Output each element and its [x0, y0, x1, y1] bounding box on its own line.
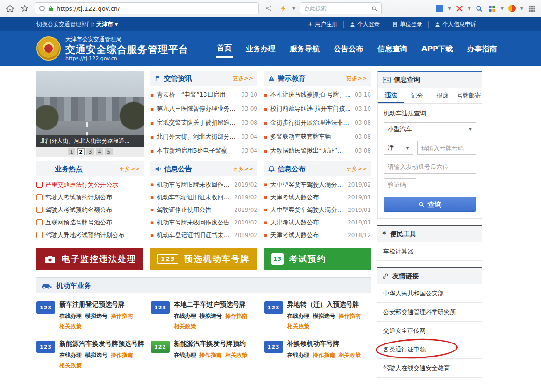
service-link-guide[interactable]: 操作指南	[111, 352, 133, 358]
service-link-guide[interactable]: 操作指南	[111, 313, 133, 319]
news-link[interactable]: 青云桥上“电警”13日启用	[157, 91, 238, 99]
service-title[interactable]: 新车注册登记预选号牌	[59, 301, 144, 309]
news-link[interactable]: 校门前疏导纠违 拉开车门孩...	[270, 105, 352, 113]
exam-booking-banner[interactable]: 13 考试预约	[264, 248, 371, 270]
news-link[interactable]: 不礼让斑马线被抓拍 号牌、...	[270, 91, 352, 99]
personal-login-link[interactable]: 个人登录	[343, 21, 386, 28]
region-value[interactable]: 天津市	[96, 21, 113, 28]
plate-selection-banner[interactable]: 123 预选机动车号牌	[150, 248, 257, 270]
service-title[interactable]: 新能源汽车换发号牌预选号牌	[59, 340, 144, 348]
service-link-guide[interactable]: 操作指南	[199, 352, 222, 358]
register-link[interactable]: + 用户注册	[302, 21, 343, 28]
hot-link[interactable]: 互联网预选号牌号池公布	[45, 218, 144, 227]
bookmark-star-icon[interactable]	[20, 3, 30, 14]
lightning-icon[interactable]	[278, 3, 288, 14]
news-link[interactable]: 第九八三医院暂停办理业务...	[157, 105, 238, 113]
friend-link-mps[interactable]: 中华人民共和国公安部	[377, 284, 482, 303]
notice-link[interactable]: 机动车驾驶证旧证未收回作...	[157, 193, 231, 202]
service-link-online[interactable]: 在线办理	[174, 352, 196, 358]
service-link-policy[interactable]: 相关政策	[59, 323, 82, 329]
query-submit-button[interactable]: 查询	[384, 197, 476, 212]
carousel-page-2[interactable]: 2	[77, 148, 85, 155]
more-link[interactable]: 更多>>	[346, 165, 367, 173]
chevron-down-icon[interactable]: ▼	[115, 22, 118, 27]
news-link[interactable]: 大数据助民警揪出“无证”...	[270, 147, 352, 155]
hot-link[interactable]: 严重交通违法行为公开公示	[45, 181, 144, 189]
service-link-online[interactable]: 在线办理	[59, 352, 82, 358]
carousel-caption[interactable]: 北门外大街、河北大街部分路段通...	[36, 135, 144, 147]
tab-violation[interactable]: 违法	[378, 88, 404, 103]
notice-link[interactable]: 机动车号牌未收回作废公告	[157, 218, 231, 227]
sogou-browser-icon[interactable]	[507, 4, 517, 13]
nav-home[interactable]: 首页	[216, 39, 233, 58]
site-info-icon[interactable]	[39, 6, 45, 11]
service-link-online[interactable]: 在线办理	[174, 313, 196, 319]
service-title[interactable]: 新能源汽车换发号牌预约	[174, 340, 251, 348]
engine-number-input[interactable]	[384, 160, 476, 174]
service-title[interactable]: 异地转（迁）入预选号牌	[287, 301, 371, 309]
nav-announcements[interactable]: 公告公布	[333, 40, 364, 57]
service-link-simulate[interactable]: 模拟选号	[199, 313, 222, 319]
service-link-guide[interactable]: 操作指南	[339, 313, 361, 319]
appeal-link[interactable]: 个人信息申诉	[428, 21, 482, 28]
unit-login-link[interactable]: 单位登录	[386, 21, 428, 28]
service-link-policy[interactable]: 相关政策	[287, 323, 310, 329]
chevron-down-icon[interactable]: ▼	[468, 7, 471, 11]
chevron-down-icon[interactable]: ▼	[448, 7, 451, 11]
nav-handbook[interactable]: 办事指南	[466, 40, 498, 57]
tab-scrap[interactable]: 报废	[430, 88, 456, 103]
page-search-icon[interactable]	[475, 4, 484, 13]
home-icon[interactable]	[5, 3, 15, 14]
publish-link[interactable]: 大中型客货车驾驶人满分公布	[270, 181, 345, 189]
notice-link[interactable]: 机动车登记证书旧证书未收...	[157, 231, 231, 239]
nav-info-query[interactable]: 信息查询	[377, 40, 408, 57]
more-link[interactable]: 更多>>	[233, 165, 253, 173]
more-link[interactable]: 更多>>	[119, 165, 140, 173]
notice-link[interactable]: 驾驶证停止使用公告	[157, 206, 231, 214]
carousel-page-1[interactable]: 1	[68, 148, 75, 155]
captcha-input[interactable]	[384, 178, 416, 190]
chevron-down-icon[interactable]: ▼	[292, 7, 295, 11]
service-link-policy[interactable]: 相关政策	[174, 323, 196, 329]
service-link-simulate[interactable]: 模拟选号	[85, 313, 107, 319]
share-icon[interactable]	[263, 3, 274, 14]
publish-link[interactable]: 天津考试人数公布	[270, 193, 345, 202]
more-link[interactable]: 更多>>	[233, 75, 253, 83]
notice-link[interactable]: 机动车号牌旧牌未收回作废...	[157, 181, 231, 189]
news-link[interactable]: 北门外大街、河北大街部分...	[157, 133, 238, 141]
plate-prefix-select[interactable]: 津 ▼	[384, 141, 413, 155]
vehicle-type-select[interactable]: 小型汽车 ▼	[384, 122, 476, 136]
chevron-down-icon[interactable]: ▼	[501, 7, 504, 11]
friend-link-safety-promo[interactable]: 交通安全宣传网	[377, 322, 482, 340]
hot-link[interactable]: 驾驶人考试预约计划公布	[45, 193, 144, 202]
extension-grid-icon[interactable]	[488, 4, 497, 13]
news-carousel[interactable]: 北门外大街、河北大街部分路段通... 1 2 3 4 5	[36, 71, 144, 157]
service-link-policy[interactable]: 相关政策	[339, 352, 361, 358]
service-title[interactable]: 补换领机动车号牌	[287, 340, 364, 348]
publish-link[interactable]: 大中型客货车驾驶人满分公布	[270, 206, 345, 214]
hot-link[interactable]: 驾驶人异地考试预约计划公布	[45, 231, 144, 239]
service-link-online[interactable]: 在线办理	[287, 313, 310, 319]
nav-service-guide[interactable]: 服务导航	[289, 40, 320, 57]
news-link[interactable]: 宝坻交警支队关于被扣留逾...	[157, 119, 238, 127]
carousel-page-4[interactable]: 4	[96, 148, 103, 155]
friend-link-traffic-research[interactable]: 公安部交通管理科学研究所	[377, 303, 482, 322]
chevron-down-icon[interactable]: ▼	[520, 7, 523, 11]
nav-app-download[interactable]: APP下载	[420, 40, 454, 57]
plate-number-input[interactable]	[417, 141, 476, 155]
search-icon[interactable]	[371, 6, 377, 12]
tool-link-inspection-calculator[interactable]: 车检计算器	[377, 242, 482, 261]
publish-link[interactable]: 天津考试人数公布	[270, 231, 345, 239]
publish-link[interactable]: 天津考试人数公布	[270, 218, 345, 227]
friend-link-pass-application[interactable]: 各类通行证申领	[377, 340, 482, 359]
service-link-policy[interactable]: 相关政策	[59, 362, 82, 369]
carousel-page-5[interactable]: 5	[105, 148, 113, 155]
carousel-page-3[interactable]: 3	[86, 148, 94, 155]
browser-search-input[interactable]: 点此搜索	[300, 2, 382, 14]
region-switcher[interactable]: 切换公安交通管理部门: 天津市 ▼	[36, 21, 118, 28]
service-link-guide[interactable]: 操作指南	[225, 313, 248, 319]
service-link-simulate[interactable]: 模拟选号	[313, 313, 335, 319]
service-link-guide[interactable]: 操作指南	[313, 352, 335, 358]
tab-points[interactable]: 记分	[404, 88, 430, 103]
surveillance-violation-banner[interactable]: 电子监控违法处理	[36, 248, 143, 270]
